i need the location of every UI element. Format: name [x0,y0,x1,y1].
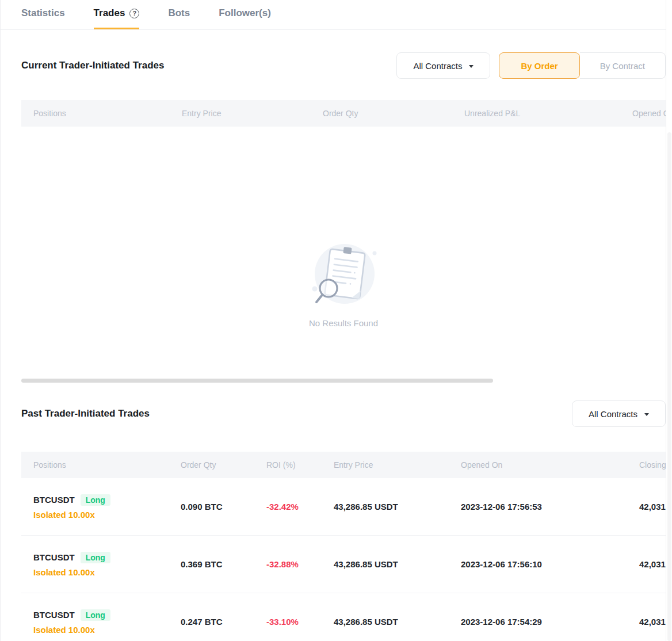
order-qty-value: 0.369 BTC [181,559,266,569]
closing-price-value: 42,031 [639,502,666,512]
tab-bots[interactable]: Bots [168,7,190,29]
past-table-header-row: Positions Order Qty ROI (%) Entry Price … [21,452,666,478]
current-trades-table: Positions Entry Price Order Qty Unrealiz… [21,79,666,368]
col-positions: Positions [21,109,182,118]
col-closing-price: Closing Price [639,460,666,470]
entry-price-value: 43,286.85 USDT [334,559,461,569]
current-trades-header: Current Trader-Initiated Trades All Cont… [21,52,666,79]
side-badge: Long [81,552,110,563]
position-symbol: BTCUSDT [33,552,75,562]
past-trades-table: Positions Order Qty ROI (%) Entry Price … [21,428,666,641]
by-order-button[interactable]: By Order [499,52,579,79]
by-contract-label: By Contract [600,61,645,71]
help-icon[interactable]: ? [129,9,139,18]
current-table-header-row: Positions Entry Price Order Qty Unrealiz… [21,100,666,127]
table-row: BTCUSDT Long Isolated 10.00x 0.369 BTC -… [21,536,666,593]
table-row: BTCUSDT Long Isolated 10.00x 0.247 BTC -… [21,593,666,641]
entry-price-value: 43,286.85 USDT [334,617,461,627]
closing-price-value: 42,031 [639,617,666,627]
side-badge: Long [81,494,110,506]
col-unrealized-pnl: Unrealized P&L [464,109,632,118]
empty-state: No Results Found [21,127,666,368]
position-symbol: BTCUSDT [33,610,75,620]
closing-price-value: 42,031 [639,559,666,569]
roi-value: -32.42% [266,502,334,512]
margin-mode-label: Isolated 10.00x [33,510,181,520]
col-opened-on: Opened On [461,460,639,470]
chevron-down-icon [469,65,474,68]
tab-trades-label: Trades [94,7,125,19]
tab-followers-label: Follower(s) [219,7,271,19]
past-trades-header: Past Trader-Initiated Trades All Contrac… [21,400,666,428]
chevron-down-icon [644,413,649,416]
view-toggle: By Order By Contract [499,52,666,79]
entry-price-value: 43,286.85 USDT [334,502,461,512]
past-trades-title: Past Trader-Initiated Trades [21,408,150,419]
table-row: BTCUSDT Long Isolated 10.00x 0.090 BTC -… [21,478,666,536]
by-order-label: By Order [521,61,558,71]
empty-state-text: No Results Found [309,318,378,328]
roi-value: -33.10% [266,617,334,627]
past-contracts-dropdown-value: All Contracts [589,409,637,419]
margin-mode-label: Isolated 10.00x [33,625,181,635]
past-contracts-dropdown[interactable]: All Contracts [572,400,666,427]
tab-bots-label: Bots [168,7,190,19]
opened-on-value: 2023-12-06 17:54:29 [461,617,639,627]
roi-value: -32.88% [266,559,334,569]
col-order-qty: Order Qty [323,109,464,118]
tab-bar: Statistics Trades ? Bots Follower(s) [1,0,672,30]
col-order-qty: Order Qty [181,460,266,470]
col-roi: ROI (%) [266,460,334,470]
col-opened-on: Opened On [632,109,666,118]
side-badge: Long [81,609,110,621]
vertical-scrollbar-thumb[interactable] [667,132,671,641]
tab-followers[interactable]: Follower(s) [219,7,271,29]
no-results-illustration-icon [303,238,384,311]
opened-on-value: 2023-12-06 17:56:53 [461,502,639,512]
trader-profile-page: Statistics Trades ? Bots Follower(s) Cur… [0,0,672,641]
tab-statistics[interactable]: Statistics [21,7,65,29]
horizontal-scrollbar-thumb[interactable] [21,379,493,383]
current-trades-title: Current Trader-Initiated Trades [21,60,164,71]
margin-mode-label: Isolated 10.00x [33,567,181,577]
opened-on-value: 2023-12-06 17:56:10 [461,559,639,569]
col-entry-price: Entry Price [334,460,461,470]
current-contracts-dropdown[interactable]: All Contracts [396,52,490,79]
col-positions: Positions [21,460,181,470]
order-qty-value: 0.090 BTC [181,502,266,512]
current-contracts-dropdown-value: All Contracts [413,61,462,71]
panel-right-divider [666,0,666,641]
position-symbol: BTCUSDT [33,495,75,505]
col-entry-price: Entry Price [182,109,323,118]
by-contract-button[interactable]: By Contract [580,52,666,79]
tab-statistics-label: Statistics [21,7,65,19]
order-qty-value: 0.247 BTC [181,617,266,627]
tab-trades[interactable]: Trades ? [94,7,140,29]
